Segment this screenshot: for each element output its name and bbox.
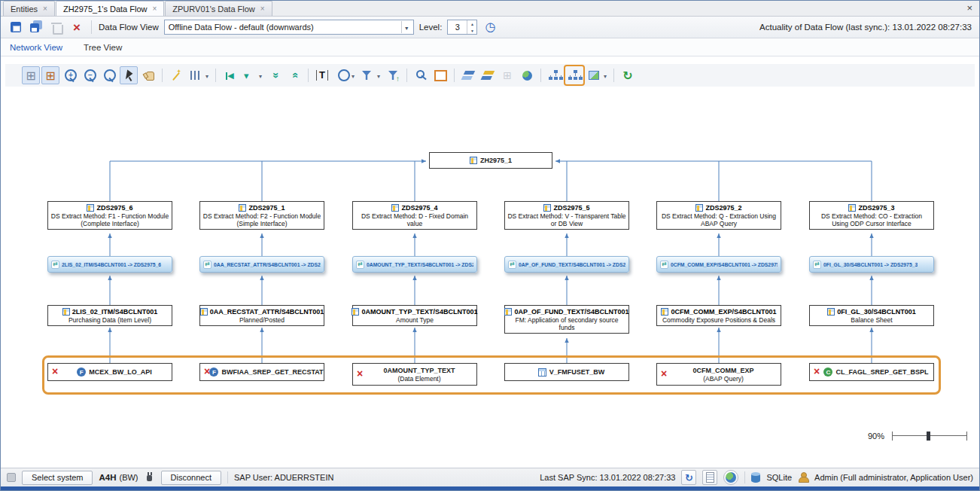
pan-tool-icon[interactable] (139, 66, 157, 84)
node-title: 0AA_RECSTAT_ATTR/S4BCLNT001 (210, 307, 324, 316)
save-all-icon[interactable] (29, 20, 44, 35)
level-spinner[interactable]: 3 (447, 20, 477, 35)
datasource-node[interactable]: 0AP_OF_FUND_TEXT/S4BCLNT001 FM: Applicat… (504, 305, 629, 334)
tab-close-icon[interactable]: × (152, 5, 157, 13)
extractor-source-node[interactable]: CL_FAGL_SREP_GET_BSPL (809, 363, 934, 381)
transformation-icon (51, 261, 59, 269)
tab-zh2975-1-dataflow[interactable]: ZH2975_1's Data Flow × (56, 1, 164, 16)
auto-layout-icon[interactable] (167, 66, 185, 84)
datasource-node[interactable]: 2LIS_02_ITM/S4BCLNT001 Purchasing Data (… (47, 305, 172, 326)
tab-close-icon[interactable]: × (43, 5, 47, 13)
last-sync-text: Last SAP Sync: 13.01.2022 08:27:33 (540, 473, 675, 482)
graph-toolbar (5, 64, 975, 87)
expand-all-icon[interactable] (285, 66, 303, 84)
zoom-out-icon[interactable] (81, 66, 99, 84)
transformation-node[interactable]: 0AP_OF_FUND_TEXT/S4BCLNT001 -> ZDS2975_5 (504, 256, 629, 273)
datasource-icon (87, 204, 94, 212)
text-tool-icon[interactable] (313, 66, 331, 84)
select-tool-icon[interactable] (120, 66, 138, 84)
spin-up-icon[interactable] (467, 20, 476, 27)
datasource-definition-node[interactable]: ZDS2975_6 DS Extract Method: F1 - Functi… (47, 201, 172, 230)
refresh-icon[interactable] (619, 66, 637, 84)
filter-upload-icon[interactable] (384, 66, 402, 84)
hierarchy-layout-icon[interactable] (546, 66, 564, 84)
spin-down-icon[interactable] (467, 27, 476, 34)
layers-front-icon[interactable] (459, 66, 477, 84)
datasource-definition-node[interactable]: ZDS2975_5 DS Extract Method: V - Transpa… (504, 201, 629, 230)
transformation-node[interactable]: 0FI_GL_30/S4BCLNT001 -> ZDS2975_3 (809, 256, 934, 273)
node-title: 0AMOUNT_TYP_TEXT (383, 366, 455, 375)
tab-tree-view[interactable]: Tree View (82, 40, 123, 55)
dataflow-column: ZDS2975_3 DS Extract Method: CO - Extrac… (809, 87, 934, 468)
database-icon (751, 473, 760, 483)
network-layout-icon[interactable] (565, 66, 583, 84)
toolbar-separator (406, 69, 407, 82)
extractor-source-node[interactable]: V_FMFUSET_BW (504, 363, 629, 381)
data-flow-view-label: Data Flow View (99, 23, 159, 32)
disconnect-button[interactable]: Disconnect (161, 471, 221, 485)
layout-direction-icon[interactable] (187, 66, 211, 84)
node-title: 2LIS_02_ITM/S4BCLNT001 (72, 307, 158, 316)
permissions-icon[interactable] (412, 66, 430, 84)
transformation-icon (356, 261, 364, 269)
globe-button[interactable] (723, 470, 738, 485)
datasource-definition-node[interactable]: ZDS2975_3 DS Extract Method: CO - Extrac… (809, 201, 934, 230)
datasource-node[interactable]: 0CFM_COMM_EXP/S4BCLNT001 Commodity Expos… (656, 305, 781, 326)
extractor-source-node[interactable]: 0CFM_COMM_EXP (ABAP Query) (656, 363, 781, 386)
node-title: ZDS2975_6 (96, 203, 132, 212)
sync-refresh-button[interactable] (681, 470, 696, 485)
datasource-node[interactable]: 0AA_RECSTAT_ATTR/S4BCLNT001 Planned/Post… (199, 305, 324, 326)
select-system-button[interactable]: Select system (22, 471, 93, 485)
datasource-definition-node[interactable]: ZDS2975_2 DS Extract Method: Q - Extract… (656, 201, 781, 230)
sync-clock-icon[interactable] (482, 20, 498, 35)
layers-back-icon[interactable] (479, 66, 497, 84)
go-to-root-icon[interactable] (221, 66, 239, 84)
web-export-icon[interactable] (518, 66, 536, 84)
tab-entities[interactable]: Entities × (3, 1, 55, 16)
transformation-node[interactable]: 0AMOUNT_TYP_TEXT/S4BCLNT001 -> ZDS2975_4 (352, 256, 477, 273)
zoom-slider[interactable] (892, 432, 967, 441)
transformation-node[interactable]: 0AA_RECSTAT_ATTR/S4BCLNT001 -> ZDS2975_1 (199, 256, 324, 273)
overview-map-icon[interactable] (585, 66, 609, 84)
node-title: 0CFM_COMM_EXP (692, 366, 753, 375)
tab-close-icon[interactable]: × (260, 5, 265, 13)
log-document-button[interactable] (702, 470, 717, 485)
datasource-node[interactable]: 0AMOUNT_TYP_TEXT/S4BCLNT001 Amount Type (352, 305, 477, 326)
extractor-source-node[interactable]: BWFIAA_SREP_GET_RECSTAT (199, 363, 324, 381)
main-toolbar: Data Flow View Offline Data Flow - defau… (1, 17, 979, 38)
data-flow-view-select[interactable]: Offline Data Flow - default (downwards) (164, 20, 414, 35)
transformation-node[interactable]: 2LIS_02_ITM/S4BCLNT001 -> ZDS2975_6 (47, 256, 172, 273)
save-icon[interactable] (8, 20, 23, 35)
error-icon (357, 369, 363, 380)
zoom-in-icon[interactable] (61, 66, 79, 84)
connected-system: A4H (BW) (99, 473, 138, 482)
tab-label: Entities (11, 5, 38, 14)
frame-tool-icon[interactable] (431, 66, 449, 84)
datasource-icon (848, 204, 856, 212)
snap-to-grid-icon[interactable] (41, 66, 59, 84)
transformation-node[interactable]: 0CFM_COMM_EXP/S4BCLNT001 -> ZDS2975_2 (656, 256, 781, 273)
dataflow-canvas[interactable]: ZH2975_1 ZDS2975_6 DS Extract Method: F1… (1, 87, 979, 468)
remove-dataflow-icon[interactable] (69, 20, 84, 35)
zoom-fit-icon[interactable] (100, 66, 118, 84)
go-to-icon[interactable] (240, 66, 264, 84)
filter-icon[interactable] (358, 66, 382, 84)
transformation-label: 0FI_GL_30/S4BCLNT001 -> ZDS2975_3 (823, 262, 918, 267)
tab-network-view[interactable]: Network View (8, 40, 64, 55)
extractor-source-node[interactable]: 0AMOUNT_TYP_TEXT (Data Element) (352, 363, 477, 386)
dropdown-caret-icon[interactable] (401, 21, 412, 33)
datasource-node[interactable]: 0FI_GL_30/S4BCLNT001 Balance Sheet (809, 305, 934, 326)
tab-zpurv01-dataflow[interactable]: ZPURV01's Data Flow × (165, 1, 272, 16)
node-title: ZDS2975_3 (858, 203, 894, 212)
datasource-definition-node[interactable]: ZDS2975_4 DS Extract Method: D - Fixed D… (352, 201, 477, 230)
extractor-source-node[interactable]: MCEX_BW_LO_API (47, 363, 172, 381)
search-icon[interactable] (333, 66, 357, 84)
close-pane-icon[interactable]: × (966, 3, 972, 13)
datasource-definition-node[interactable]: ZDS2975_1 DS Extract Method: F2 - Functi… (199, 201, 324, 230)
dataflow-column: ZDS2975_2 DS Extract Method: Q - Extract… (656, 87, 781, 468)
tab-label: ZH2975_1's Data Flow (63, 5, 148, 14)
toolbar-separator (613, 69, 614, 82)
zoom-slider-handle[interactable] (927, 432, 930, 441)
show-grid-icon[interactable] (22, 66, 40, 84)
collapse-all-icon[interactable] (266, 66, 284, 84)
